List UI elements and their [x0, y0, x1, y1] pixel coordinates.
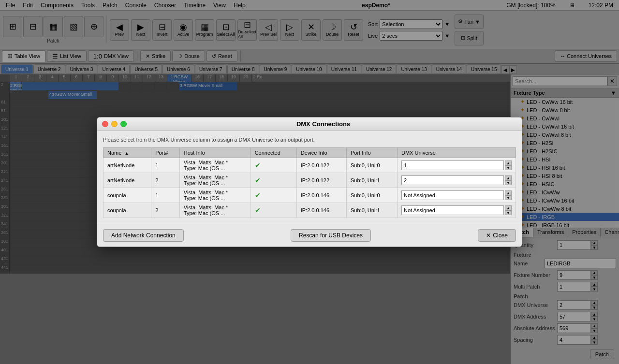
cell-host: Vista_Matts_Mac *Type: Mac (OS ... — [179, 173, 251, 188]
dialog-titlebar: DMX Connections — [97, 117, 522, 131]
check-icon: ✔ — [255, 161, 261, 169]
dmx-up-4[interactable]: ▲ — [505, 205, 512, 210]
cell-port-info: Sub:0, Uni:1 — [347, 203, 398, 218]
dialog-table: Name ▲ Port# Host Info Connected Device … — [103, 147, 516, 218]
dialog-info-text: Please select from the DMX Universe colu… — [103, 137, 516, 143]
cell-device: IP:2.0.0.146 — [296, 203, 346, 218]
dmx-down-2[interactable]: ▼ — [505, 180, 512, 185]
cell-port-info: Sub:0, Uni:0 — [347, 188, 398, 203]
cell-name: coupola — [103, 203, 151, 218]
dmx-down-4[interactable]: ▼ — [505, 210, 512, 215]
cell-host: Vista_Matts_Mac *Type: Mac (OS ... — [179, 158, 251, 173]
dialog-footer: Add Network Connection Rescan for USB De… — [97, 224, 522, 247]
check-icon: ✔ — [255, 191, 261, 199]
dialog-minimize-button[interactable] — [111, 121, 118, 127]
dmx-universe-select-3[interactable] — [401, 190, 504, 200]
cell-dmx-universe: ▲ ▼ — [397, 188, 516, 203]
cell-port: 2 — [151, 203, 180, 218]
dialog-close-button[interactable] — [102, 121, 108, 127]
cell-port: 1 — [151, 188, 180, 203]
dmx-arrows-2: ▲ ▼ — [505, 175, 512, 185]
cell-name: artNetNode — [103, 173, 151, 188]
table-row: artNetNode 2 Vista_Matts_Mac *Type: Mac … — [103, 173, 516, 188]
col-port[interactable]: Port# — [151, 148, 180, 158]
table-row: coupola 2 Vista_Matts_Mac *Type: Mac (OS… — [103, 203, 516, 218]
cell-port: 2 — [151, 173, 180, 188]
cell-device: IP:2.0.0.122 — [296, 173, 346, 188]
col-dmx-universe[interactable]: DMX Universe — [397, 148, 516, 158]
dmx-down-3[interactable]: ▼ — [505, 195, 512, 200]
dialog-title: DMX Connections — [130, 120, 517, 128]
dmx-universe-select-4[interactable] — [401, 205, 504, 215]
sort-arrow-icon: ▲ — [124, 151, 129, 156]
dmx-cell-3: ▲ ▼ — [401, 190, 512, 200]
cell-name: coupola — [103, 188, 151, 203]
cell-connected: ✔ — [251, 173, 296, 188]
dialog-body: Please select from the DMX Universe colu… — [97, 131, 522, 224]
add-network-connection-button[interactable]: Add Network Connection — [103, 229, 184, 242]
cell-dmx-universe: ▲ ▼ — [397, 173, 516, 188]
close-label: Close — [493, 232, 508, 239]
col-connected[interactable]: Connected — [251, 148, 296, 158]
cell-dmx-universe: ▲ ▼ — [397, 158, 516, 173]
table-row: coupola 1 Vista_Matts_Mac *Type: Mac (OS… — [103, 188, 516, 203]
cell-connected: ✔ — [251, 188, 296, 203]
check-icon: ✔ — [255, 176, 261, 184]
dialog-overlay: DMX Connections Please select from the D… — [0, 0, 619, 364]
dmx-arrows-4: ▲ ▼ — [505, 205, 512, 215]
dmx-up-1[interactable]: ▲ — [505, 160, 512, 165]
col-port-info[interactable]: Port Info — [347, 148, 398, 158]
cell-connected: ✔ — [251, 203, 296, 218]
cell-dmx-universe: ▲ ▼ — [397, 203, 516, 218]
dmx-arrows-1: ▲ ▼ — [505, 160, 512, 170]
col-device[interactable]: Device Info — [296, 148, 346, 158]
cell-device: IP:2.0.0.122 — [296, 158, 346, 173]
cell-host: Vista_Matts_Mac *Type: Mac (OS ... — [179, 203, 251, 218]
dmx-cell-4: ▲ ▼ — [401, 205, 512, 215]
close-dialog-button[interactable]: ✕ Close — [478, 229, 516, 242]
dmx-down-1[interactable]: ▼ — [505, 165, 512, 170]
cell-connected: ✔ — [251, 158, 296, 173]
cell-port: 1 — [151, 158, 180, 173]
cell-device: IP:2.0.0.146 — [296, 188, 346, 203]
dmx-cell-2: ▲ ▼ — [401, 175, 512, 185]
col-host[interactable]: Host Info — [179, 148, 251, 158]
dmx-universe-select-1[interactable] — [401, 160, 504, 170]
table-row: artNetNode 1 Vista_Matts_Mac *Type: Mac … — [103, 158, 516, 173]
dmx-universe-select-2[interactable] — [401, 175, 504, 185]
dmx-connections-dialog: DMX Connections Please select from the D… — [97, 117, 522, 247]
cell-host: Vista_Matts_Mac *Type: Mac (OS ... — [179, 188, 251, 203]
check-icon: ✔ — [255, 206, 261, 214]
dialog-maximize-button[interactable] — [120, 121, 127, 127]
dmx-arrows-3: ▲ ▼ — [505, 190, 512, 200]
dmx-up-2[interactable]: ▲ — [505, 175, 512, 180]
dmx-up-3[interactable]: ▲ — [505, 190, 512, 195]
cell-name: artNetNode — [103, 158, 151, 173]
cell-port-info: Sub:0, Uni:0 — [347, 158, 398, 173]
close-x-icon: ✕ — [486, 232, 491, 239]
rescan-usb-button[interactable]: Rescan for USB Devices — [291, 229, 371, 242]
col-name[interactable]: Name ▲ — [103, 148, 151, 158]
cell-port-info: Sub:0, Uni:1 — [347, 173, 398, 188]
dmx-cell-1: ▲ ▼ — [401, 160, 512, 170]
